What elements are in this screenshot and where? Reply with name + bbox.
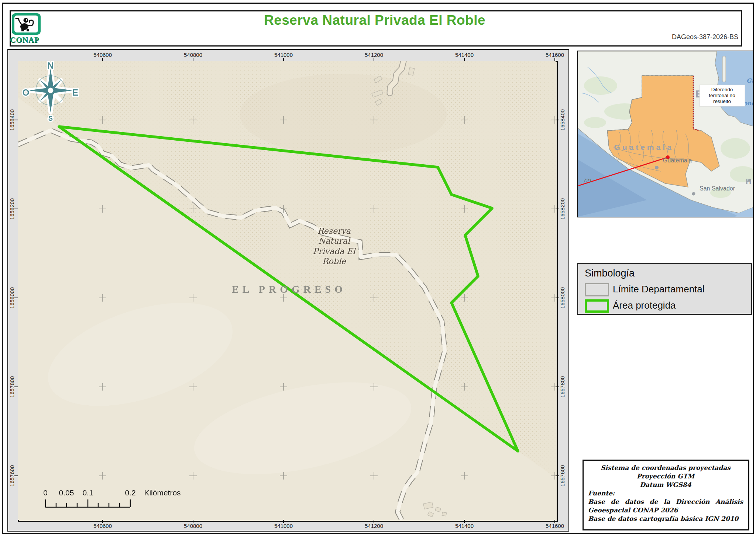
crs-line: Sistema de coordenadas proyectadas [588, 464, 743, 472]
road-number-label: 721 [583, 178, 592, 183]
crs-line: Proyección GTM [588, 472, 743, 481]
country-label-guatemala: Guatemala [614, 143, 673, 151]
grid-label-right: 1657800 [559, 376, 566, 398]
country-label-honduras-fragment: Ho [746, 177, 753, 185]
credits-box: Sistema de coordenadas proyectadas Proye… [583, 460, 749, 530]
grid-label-bottom: 541600 [546, 523, 564, 529]
compass-s-label: S [48, 115, 53, 122]
grid-label-right: 1658400 [559, 109, 566, 131]
svg-text:Diferendo: Diferendo [711, 87, 733, 92]
scale-tick-label: 0.1 [82, 488, 93, 497]
conap-logo-text: CONAP [10, 35, 47, 45]
main-map: Reserva Natural Privada El Roble EL PROG… [18, 61, 556, 520]
city-label-guatemala: Guatemala [663, 157, 692, 164]
svg-text:territorial no: territorial no [709, 93, 735, 98]
grid-label-left: 1658000 [9, 287, 15, 309]
source-line: Base de datos cartografía básica IGN 201… [588, 515, 743, 523]
legend-box: Simbología Límite Departamental Área pro… [577, 263, 752, 315]
compass-e-label: E [72, 87, 78, 97]
grid-label-bottom: 540800 [184, 523, 202, 529]
page-title: Reserva Natural Privada El Roble [10, 13, 740, 28]
map-sheet: Reserva Natural Privada El Roble CONAP D… [0, 0, 756, 536]
grid-label-top: 541400 [455, 52, 474, 58]
grid-label-bottom: 541200 [365, 523, 383, 529]
protected-area-swatch [585, 299, 609, 313]
grid-label-right: 1658200 [559, 198, 566, 220]
legend-title: Simbología [585, 268, 635, 279]
crs-line: Datum WGS84 [588, 481, 743, 489]
document-id: DAGeos-387-2026-BS [609, 33, 738, 41]
scale-tick-label: 0.05 [59, 488, 74, 497]
grid-label-right: 1658000 [559, 287, 566, 309]
grid-label-left: 1657800 [9, 376, 15, 398]
compass-o-label: O [23, 87, 30, 97]
grid-label-bottom: 541400 [455, 523, 474, 529]
compass-n-label: N [47, 61, 54, 71]
source-line: Base de datos de la Dirección Análisis G… [588, 498, 743, 515]
legend-item-label: Área protegida [613, 300, 676, 311]
svg-text:Gu: Gu [746, 77, 753, 84]
conap-logo-monkey-icon [14, 16, 38, 32]
grid-label-bottom: 540600 [93, 523, 112, 529]
grid-label-left: 1657600 [9, 465, 15, 487]
grid-label-left: 1658400 [9, 109, 15, 131]
svg-text:Privada El: Privada El [313, 247, 356, 256]
grid-label-left: 1658200 [9, 198, 15, 220]
svg-text:Roble: Roble [322, 257, 347, 266]
terrain-shade-blob [240, 74, 447, 155]
grid-label-top: 541600 [546, 52, 564, 58]
scale-tick-label: 0 [43, 488, 48, 497]
grid-label-top: 541200 [365, 52, 383, 58]
svg-text:Natural: Natural [318, 236, 351, 245]
scale-unit-label: Kilómetros [144, 488, 181, 497]
grid-label-top: 541000 [274, 52, 293, 58]
departmental-limit-swatch [585, 283, 609, 296]
legend-item-label: Límite Departamental [613, 284, 705, 295]
grid-label-right: 1657600 [559, 465, 566, 487]
conap-logo-icon [12, 13, 41, 35]
grid-label-bottom: 541000 [274, 523, 293, 529]
svg-text:resuelto: resuelto [713, 99, 731, 104]
locator-inset-map: B Gu Hond Diferendo territorial no resue… [577, 51, 754, 217]
city-label-san-salvador: San Salvador [700, 185, 735, 192]
source-heading: Fuente: [588, 489, 743, 498]
department-name-label: EL PROGRESO [232, 284, 346, 295]
inset-cays [722, 56, 726, 82]
grid-label-top: 540600 [93, 52, 112, 58]
svg-text:Reserva: Reserva [317, 226, 351, 236]
grid-label-top: 540800 [184, 52, 202, 58]
scale-tick-label: 0.2 [125, 488, 135, 497]
